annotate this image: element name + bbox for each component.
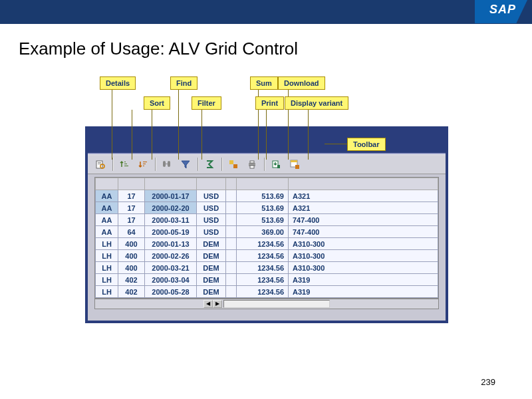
scroll-left-icon[interactable]: ◀ [203,300,213,308]
cell[interactable]: 17 [118,214,145,226]
scroll-track[interactable] [223,300,330,308]
cell[interactable]: USD [197,202,226,214]
cell[interactable]: 1234.56 [237,262,289,274]
cell[interactable] [226,286,237,298]
cell[interactable]: 1234.56 [237,274,289,286]
find-button[interactable] [158,157,176,172]
cell[interactable]: AA [96,202,118,214]
cell[interactable] [226,190,237,202]
alv-grid[interactable]: AA172000-01-17USD513.69A321AA172000-02-2… [94,177,439,299]
cell[interactable]: LH [96,262,118,274]
cell[interactable]: DEM [197,238,226,250]
cell[interactable]: 17 [118,202,145,214]
download-button[interactable] [267,157,285,172]
callout-sum: Sum [250,76,278,90]
table-row[interactable]: LH4022000-05-28DEM1234.56A319 [96,286,438,298]
svg-rect-14 [233,164,237,168]
svg-rect-5 [124,164,127,164]
cell[interactable] [226,214,237,226]
table-row[interactable]: LH4002000-03-21DEM1234.56A310-300 [96,262,438,274]
cell[interactable]: 2000-03-11 [145,214,197,226]
cell[interactable]: 400 [118,238,145,250]
alv-window: AA172000-01-17USD513.69A321AA172000-02-2… [85,126,448,323]
cell[interactable]: 2000-02-20 [145,202,197,214]
table-row[interactable]: AA172000-01-17USD513.69A321 [96,190,438,202]
table-row[interactable]: AA172000-03-11USD513.69747-400 [96,214,438,226]
cell[interactable]: USD [197,214,226,226]
cell[interactable]: 1234.56 [237,238,289,250]
cell[interactable]: 513.69 [237,190,289,202]
svg-rect-9 [143,166,144,166]
svg-rect-22 [295,165,299,169]
cell[interactable]: 2000-05-28 [145,286,197,298]
cell[interactable]: A319 [289,286,438,298]
cell[interactable] [226,250,237,262]
filter-button[interactable] [177,157,194,172]
scroll-right-icon[interactable]: ▶ [213,300,222,308]
cell[interactable]: DEM [197,262,226,274]
cell[interactable]: A321 [289,190,438,202]
cell[interactable]: 402 [118,274,145,286]
cell[interactable]: AA [96,190,118,202]
cell[interactable]: LH [96,286,118,298]
details-button[interactable] [92,157,109,172]
sum-button[interactable] [201,157,218,172]
cell[interactable]: A310-300 [289,238,438,250]
cell[interactable] [226,262,237,274]
subtotal-button[interactable] [225,157,242,172]
horizontal-scrollbar[interactable]: ◀ ▶ [94,299,439,309]
cell[interactable]: DEM [197,274,226,286]
cell[interactable]: LH [96,274,118,286]
sap-logo: SAP [475,0,528,23]
cell[interactable]: 17 [118,190,145,202]
cell[interactable] [226,238,237,250]
window-header [88,129,446,154]
cell[interactable]: A310-300 [289,262,438,274]
cell[interactable]: 747-400 [289,226,438,238]
sort-asc-button[interactable] [116,157,133,172]
cell[interactable] [226,274,237,286]
cell[interactable]: USD [197,226,226,238]
cell[interactable]: AA [96,226,118,238]
cell[interactable]: 2000-01-17 [145,190,197,202]
cell[interactable]: 1234.56 [237,286,289,298]
cell[interactable]: 400 [118,250,145,262]
cell[interactable]: LH [96,250,118,262]
table-row[interactable]: AA642000-05-19USD369.00747-400 [96,226,438,238]
cell[interactable]: 400 [118,262,145,274]
cell[interactable]: 369.00 [237,226,289,238]
cell[interactable] [226,202,237,214]
cell[interactable]: A310-300 [289,250,438,262]
table-row[interactable]: LH4022000-03-04DEM1234.56A319 [96,274,438,286]
cell[interactable]: 2000-03-21 [145,262,197,274]
cell[interactable]: 2000-05-19 [145,226,197,238]
cell[interactable]: USD [197,190,226,202]
cell[interactable]: 1234.56 [237,250,289,262]
svg-rect-8 [143,164,146,164]
cell[interactable]: DEM [197,250,226,262]
sort-desc-button[interactable] [134,157,152,172]
cell[interactable]: LH [96,238,118,250]
toolbar [88,154,446,174]
cell[interactable]: 2000-03-04 [145,274,197,286]
table-row[interactable]: AA172000-02-20USD513.69A321 [96,202,438,214]
callout-filter: Filter [192,96,221,110]
table-row[interactable]: LH4002000-02-26DEM1234.56A310-300 [96,250,438,262]
cell[interactable]: 64 [118,226,145,238]
cell[interactable]: 2000-02-26 [145,250,197,262]
cell[interactable]: 513.69 [237,202,289,214]
svg-rect-10 [163,161,166,167]
cell[interactable]: A319 [289,274,438,286]
cell[interactable]: A321 [289,202,438,214]
cell[interactable]: 2000-01-13 [145,238,197,250]
page-title: Example of Usage: ALV Grid Control [19,39,532,59]
cell[interactable] [226,226,237,238]
svg-rect-17 [250,166,254,168]
table-row[interactable]: LH4002000-01-13DEM1234.56A310-300 [96,238,438,250]
cell[interactable]: DEM [197,286,226,298]
cell[interactable]: 747-400 [289,214,438,226]
cell[interactable]: AA [96,214,118,226]
cell[interactable]: 402 [118,286,145,298]
cell[interactable]: 513.69 [237,214,289,226]
callout-toolbar: Toolbar [347,138,386,151]
